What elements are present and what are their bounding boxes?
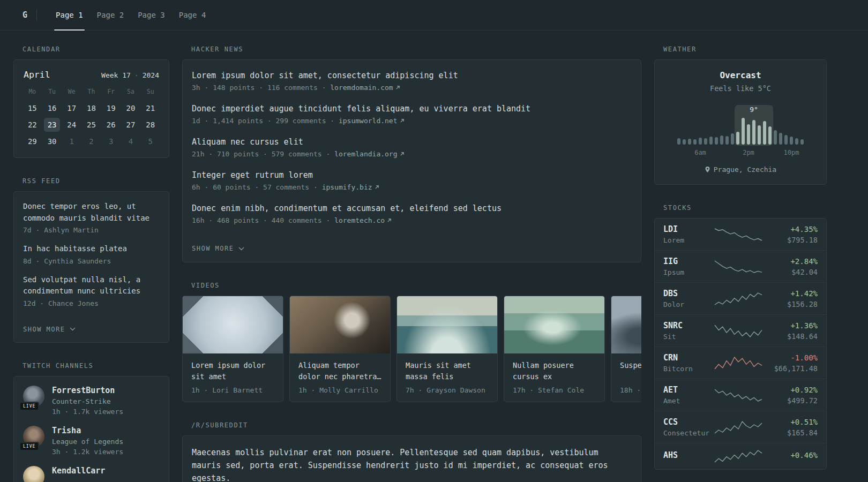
channel-avatar-image [23,466,44,482]
video-card[interactable]: Nullam posuere cursus ex 17h · Stefan Co… [504,296,605,402]
calendar-widget-title: CALENDAR [13,46,169,53]
calendar-day: 21 [143,101,159,115]
channel-info: KendallCarr [52,466,105,482]
stock-ticker: CCS [663,417,710,427]
weather-bar [795,138,798,145]
weather-card: Overcast Feels like 5°C 9° 6am2pm10pm Pr… [654,59,827,185]
hn-item-domain: loremdomain.com [330,84,393,92]
video-card[interactable]: Mauris sit amet massa felis 7h · Grayson… [396,296,498,402]
stock-row[interactable]: CRN Bitcorn -1.00% $66,171.48 [655,347,826,379]
stock-row[interactable]: AET Amet +0.92% $499.72 [655,379,826,411]
video-thumbnail [611,296,641,353]
stock-price: $499.72 [766,396,818,405]
rss-item-meta: 12d · Chance Jones [23,299,160,307]
stock-price: $42.04 [766,268,818,276]
weather-bar [768,126,772,145]
rss-item-title[interactable]: Donec tempor eros leo, ut commodo mauris… [23,201,160,224]
video-body: Mauris sit amet massa felis 7h · Grayson… [397,353,497,402]
channel-name: Trisha [52,426,123,435]
chevron-down-icon [238,247,244,251]
video-thumbnail [290,296,390,353]
twitch-channel-row[interactable]: LIVE KendallCarr [23,466,160,482]
weekday-label: We [62,88,81,95]
header-tab[interactable]: Page 1 [49,0,90,30]
header-divider [36,9,37,21]
calendar-day: 22 [24,118,40,132]
hn-item-title[interactable]: Lorem ipsum dolor sit amet, consectetur … [192,70,632,81]
weather-condition: Overcast [663,70,818,80]
stock-ticker: CRN [663,353,710,363]
stock-sparkline [714,324,763,338]
hn-item-title[interactable]: Donec enim nibh, condimentum et accumsan… [192,202,632,214]
stock-identity: SNRC Sit [663,321,710,341]
stock-ticker: AHS [663,450,710,460]
stock-row[interactable]: LDI Lorem +4.35% $795.18 [655,219,826,250]
video-card[interactable]: Suspendisse diam 18h · Tara [611,296,641,402]
hn-item-info: 1d · 1,414 points · 299 comments · [192,117,334,125]
external-link-icon [387,218,392,223]
calendar-day: 1 [64,134,80,148]
weather-bar [752,120,755,145]
hn-item-domain: loremlandia.org [334,150,397,158]
weather-location-label: Prague, Czechia [714,165,776,174]
stock-price: $148.64 [766,332,818,341]
weather-bar [779,133,782,145]
rss-show-more-button[interactable]: SHOW MORE [23,326,76,333]
hn-item-meta: 1d · 1,414 points · 299 comments · ipsum… [192,117,632,125]
weekday-label: Tu [42,88,62,95]
weather-bar [784,135,788,145]
stock-change: +4.35% [766,225,818,234]
video-card[interactable]: Aliquam tempor dolor nec pharetra… 1h · … [289,296,391,402]
stock-row[interactable]: SNRC Sit +1.36% $148.64 [655,314,826,347]
dashboard: CALENDAR April Week 17 · 2024 Mo Tu We T… [0,31,868,482]
weekday-label: Mo [23,88,42,95]
videos-row: Lorem ipsum dolor sit amet consectetu… 1… [182,296,641,402]
weekday-label: Fr [101,88,121,95]
stock-row[interactable]: IIG Ipsum +2.84% $42.04 [655,250,826,282]
stock-name: Ipsum [663,268,710,276]
stock-sparkline [714,449,763,463]
hn-item-title[interactable]: Donec imperdiet augue tincidunt felis al… [192,103,632,115]
channel-name: ForrestBurton [52,386,123,395]
calendar-separator: · [134,71,139,79]
reddit-post-title[interactable]: Maecenas mollis pulvinar erat non posuer… [192,446,632,482]
weather-widget-title: WEATHER [654,46,827,53]
hn-item-info: 3h · 148 points · 116 comments · [192,84,326,92]
video-card[interactable]: Lorem ipsum dolor sit amet consectetu… 1… [182,296,283,402]
video-title: Lorem ipsum dolor sit amet consectetu… [191,360,274,382]
hn-item-domain-link[interactable]: loremlandia.org [334,150,404,158]
video-body: Aliquam tempor dolor nec pharetra… 1h · … [290,353,390,402]
hn-item-title[interactable]: Integer eget rutrum lorem [192,169,632,181]
hn-item-domain-link[interactable]: ipsumify.biz [322,183,379,191]
twitch-channel-row[interactable]: LIVE ForrestBurton Counter-Strike 1h · 1… [23,386,160,416]
channel-name: KendallCarr [52,466,105,476]
weather-bar [693,139,697,145]
rss-item-title[interactable]: In hac habitasse platea [23,243,160,255]
hn-item-title[interactable]: Aliquam nec cursus elit [192,136,632,148]
header-tab[interactable]: Page 2 [90,0,131,30]
weather-bar [774,130,777,145]
stock-values: +2.84% $42.04 [766,257,818,276]
hackernews-show-more-button[interactable]: SHOW MORE [192,245,244,252]
header-tab[interactable]: Page 4 [172,0,213,30]
video-title: Aliquam tempor dolor nec pharetra… [298,360,381,382]
header-tab[interactable]: Page 3 [131,0,172,30]
hn-item-info: 21h · 710 points · 579 comments · [192,150,330,158]
hn-item-domain-link[interactable]: ipsumworld.net [339,117,405,125]
calendar-day: 27 [123,118,139,132]
stock-row[interactable]: DBS Dolor +1.42% $156.28 [655,282,826,314]
stock-row[interactable]: AHS +0.46% [655,443,826,469]
stock-values: +0.51% $165.84 [766,418,818,437]
stock-row[interactable]: CCS Consectetur +0.51% $165.84 [655,411,826,443]
twitch-widget: TWITCH CHANNELS LIVE ForrestBurton Count… [13,362,169,482]
hn-item-domain-link[interactable]: loremdomain.com [330,84,400,92]
twitch-channel-row[interactable]: LIVE Trisha League of Legends 3h · 1.2k … [23,426,160,456]
hn-item-domain-link[interactable]: loremtech.co [334,216,392,224]
videos-widget-title: VIDEOS [182,282,641,289]
rss-item-title[interactable]: Sed volutpat nulla nisl, a condimentum n… [23,274,160,297]
top-bar: G Page 1 Page 2 Page 3 Page 4 [0,0,868,31]
weather-bar [800,139,804,145]
rss-widget: RSS FEED Donec tempor eros leo, ut commo… [13,177,169,343]
app-logo[interactable]: G [13,0,36,30]
calendar-header: April Week 17 · 2024 [23,69,160,80]
